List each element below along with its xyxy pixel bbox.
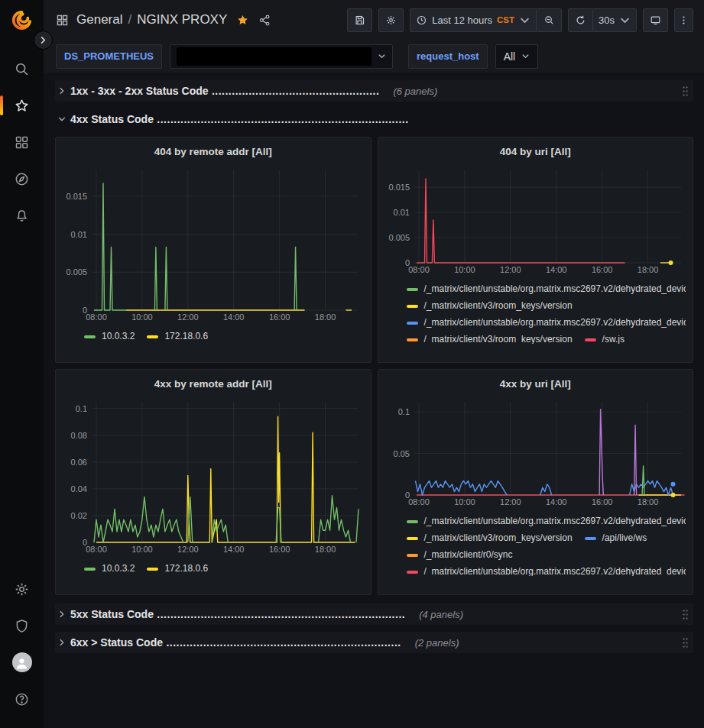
legend-series-swatch: [407, 305, 418, 308]
panel-title[interactable]: 404 by remote addr [All]: [63, 141, 364, 162]
panel-4xx-by-remote-addr: 4xx by remote addr [All] 08:0010:0012:00…: [55, 369, 371, 595]
legend-item[interactable]: /sw.js: [585, 333, 625, 344]
dashboards-icon[interactable]: [7, 127, 37, 157]
sidebar: [0, 0, 44, 728]
legend-series-swatch: [585, 338, 596, 341]
svg-text:10:00: 10:00: [131, 312, 153, 322]
legend-series-swatch: [407, 571, 418, 574]
more-options-kebab-button[interactable]: [674, 8, 693, 32]
favorite-star-icon[interactable]: [236, 14, 249, 27]
panel-legend: /_matrix/client/unstable/org.matrix.msc2…: [385, 280, 686, 344]
time-range-picker[interactable]: Last 12 hours CST: [410, 8, 537, 32]
legend-item[interactable]: /api/live/ws: [585, 532, 647, 545]
svg-text:0.01: 0.01: [71, 230, 87, 239]
server-admin-shield-icon[interactable]: [7, 610, 37, 641]
legend-item[interactable]: 10.0.3.2: [84, 562, 135, 575]
svg-text:0: 0: [404, 490, 409, 500]
chevron-down-icon: [619, 15, 631, 26]
legend-item[interactable]: /_matrix/client/v3/room_keys/version: [407, 299, 573, 312]
legend-item[interactable]: /_matrix/client/unstable/org.matrix.msc2…: [407, 565, 686, 576]
panel-title[interactable]: 404 by uri [All]: [385, 141, 686, 162]
breadcrumb-dashboard-title[interactable]: NGINX PROXY: [137, 12, 227, 28]
svg-text:16:00: 16:00: [269, 545, 290, 554]
legend-item[interactable]: /_matrix/client/v3/room_keys/version: [407, 333, 573, 344]
explore-compass-icon[interactable]: [7, 163, 37, 194]
request-host-variable-label: request_host: [408, 44, 488, 69]
chart-area: 08:0010:0012:0014:0016:0018:0000.020.040…: [63, 394, 364, 559]
legend-item[interactable]: /_matrix/client/r0/sync: [407, 548, 513, 561]
svg-text:0.005: 0.005: [388, 233, 410, 242]
time-series-chart[interactable]: 08:0010:0012:0014:0016:0018:0000.0050.01…: [63, 162, 365, 324]
legend-item[interactable]: 10.0.3.2: [84, 330, 135, 343]
help-icon[interactable]: [7, 684, 37, 714]
datasource-variable-select[interactable]: [170, 44, 393, 69]
row-header-1xx-3xx-2xx[interactable]: 1xx - 3xx - 2xx Status Code ............…: [55, 80, 693, 102]
svg-text:16:00: 16:00: [269, 312, 290, 322]
svg-text:0.06: 0.06: [71, 458, 87, 467]
legend-series-label: 172.18.0.6: [164, 562, 208, 575]
svg-text:0.01: 0.01: [393, 208, 409, 217]
svg-text:12:00: 12:00: [177, 312, 199, 322]
legend-series-swatch: [84, 335, 96, 338]
drag-handle-icon[interactable]: [680, 636, 690, 650]
svg-text:0: 0: [83, 538, 87, 547]
configuration-gear-icon[interactable]: [7, 574, 37, 604]
svg-text:10:00: 10:00: [131, 545, 153, 554]
breadcrumb-section[interactable]: General: [76, 12, 122, 28]
chevron-down-icon: [58, 115, 66, 123]
legend-item[interactable]: 172.18.0.6: [147, 330, 208, 343]
row-title: 4xx Status Code ........................…: [70, 113, 409, 125]
legend-item[interactable]: /_matrix/client/unstable/org.matrix.msc2…: [407, 283, 686, 296]
grafana-logo-icon[interactable]: [11, 9, 34, 32]
svg-text:18:00: 18:00: [637, 265, 658, 274]
legend-series-swatch: [147, 568, 158, 571]
legend-series-label: 172.18.0.6: [164, 330, 208, 343]
row-header-4xx[interactable]: 4xx Status Code ........................…: [55, 108, 693, 130]
row-header-5xx[interactable]: 5xx Status Code ........................…: [55, 603, 693, 625]
legend-item[interactable]: /_matrix/client/v3/room_keys/version: [407, 532, 573, 545]
variables-submenu: DS_PROMETHEUS request_host All: [44, 40, 704, 73]
legend-series-swatch: [407, 554, 418, 557]
legend-series-label: /_matrix/client/unstable/org.matrix.msc2…: [424, 515, 686, 528]
panel-grid: 404 by remote addr [All] 08:0010:0012:00…: [55, 137, 693, 595]
search-icon[interactable]: [7, 53, 37, 84]
time-series-chart[interactable]: 08:0010:0012:0014:0016:0018:0000.0050.01…: [385, 162, 687, 277]
request-host-value: All: [504, 50, 516, 63]
legend-series-swatch: [84, 568, 96, 571]
legend-item[interactable]: 172.18.0.6: [147, 562, 208, 575]
svg-text:12:00: 12:00: [177, 545, 199, 554]
alerting-bell-icon[interactable]: [7, 200, 37, 231]
share-icon[interactable]: [258, 14, 271, 27]
panel-legend: /_matrix/client/unstable/org.matrix.msc2…: [385, 512, 686, 576]
save-dashboard-button[interactable]: [347, 8, 372, 32]
legend-item[interactable]: /_matrix/client/unstable/org.matrix.msc2…: [407, 515, 686, 528]
tv-mode-button[interactable]: [643, 8, 668, 32]
legend-series-label: /api/live/ws: [602, 532, 647, 545]
drag-handle-icon[interactable]: [680, 607, 690, 622]
sidebar-expand-button[interactable]: [34, 31, 53, 50]
row-header-6xx[interactable]: 6xx > Status Code ......................…: [55, 632, 693, 653]
time-series-chart[interactable]: 08:0010:0012:0014:0016:0018:0000.050.1: [385, 394, 687, 509]
refresh-button[interactable]: [568, 8, 593, 32]
row-panel-count: (2 panels): [415, 637, 459, 649]
refresh-interval-select[interactable]: 30s: [593, 8, 637, 32]
drag-handle-icon[interactable]: [680, 84, 690, 99]
user-avatar[interactable]: [7, 647, 37, 678]
legend-series-swatch: [407, 537, 418, 540]
refresh-interval-label: 30s: [599, 15, 615, 26]
favorites-star-icon[interactable]: [7, 90, 37, 121]
panel-title[interactable]: 4xx by remote addr [All]: [63, 374, 364, 394]
svg-text:08:00: 08:00: [408, 265, 430, 274]
svg-text:0.1: 0.1: [76, 404, 87, 413]
request-host-variable-select[interactable]: All: [495, 44, 539, 69]
time-series-chart[interactable]: 08:0010:0012:0014:0016:0018:0000.020.040…: [63, 394, 365, 556]
legend-item[interactable]: /_matrix/client/unstable/org.matrix.msc2…: [407, 316, 686, 329]
grafana-app: General / NGINX PROXY: [0, 0, 704, 728]
legend-series-swatch: [585, 537, 596, 540]
legend-series-swatch: [147, 335, 158, 338]
panel-title[interactable]: 4xx by uri [All]: [385, 374, 686, 394]
chevron-right-icon: [58, 610, 66, 618]
svg-text:18:00: 18:00: [315, 545, 336, 554]
zoom-out-time-button[interactable]: [537, 8, 562, 32]
dashboard-settings-button[interactable]: [378, 8, 404, 32]
